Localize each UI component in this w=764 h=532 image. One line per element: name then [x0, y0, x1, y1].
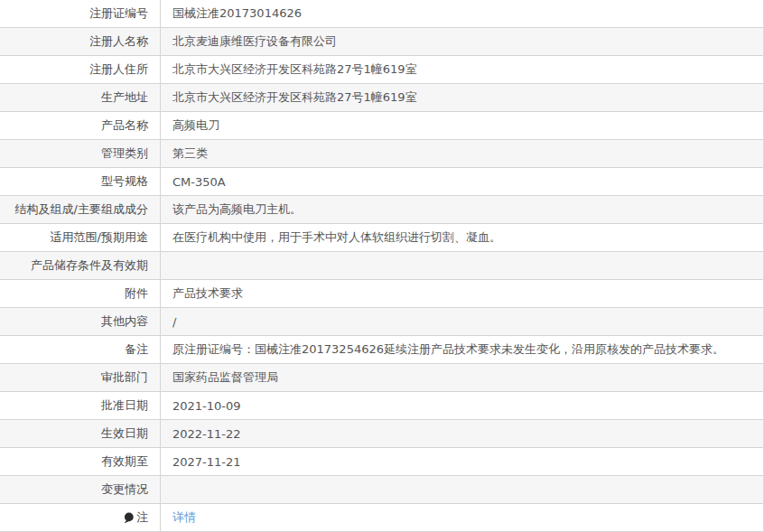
- row-label: 型号规格: [0, 168, 161, 195]
- row-label-text: 生效日期: [101, 425, 148, 442]
- row-label-text: 结构及组成/主要组成成分: [15, 201, 148, 218]
- table-row: 其他内容 /: [0, 308, 763, 336]
- row-value: [161, 476, 763, 503]
- table-row: 注册证编号 国械注准20173014626: [0, 0, 763, 28]
- row-label-text: 产品名称: [101, 117, 148, 134]
- row-label: 附件: [0, 280, 161, 307]
- row-label-text: 附件: [125, 285, 148, 302]
- row-label: 适用范围/预期用途: [0, 224, 161, 251]
- row-label: 生产地址: [0, 84, 161, 111]
- table-row: 型号规格 CM-350A: [0, 168, 763, 196]
- row-value: 国械注准20173014626: [161, 0, 763, 27]
- row-label-text: 变更情况: [101, 481, 148, 498]
- row-value: 产品技术要求: [161, 280, 763, 307]
- row-label-text: 注册证编号: [89, 5, 148, 22]
- row-value: 第三类: [161, 140, 763, 167]
- table-row: 备注 原注册证编号：国械注准20173254626延续注册产品技术要求未发生变化…: [0, 336, 763, 364]
- speech-bubble-icon: [123, 512, 135, 524]
- table-row: 审批部门 国家药品监督管理局: [0, 364, 763, 392]
- row-value: CM-350A: [161, 168, 763, 195]
- table-row: 注册人名称 北京麦迪康维医疗设备有限公司: [0, 28, 763, 56]
- row-value: 详情: [161, 504, 763, 531]
- row-label-text: 适用范围/预期用途: [51, 229, 148, 246]
- row-label: 注册人住所: [0, 56, 161, 83]
- table-row: 批准日期 2021-10-09: [0, 392, 763, 420]
- row-label-text: 审批部门: [101, 369, 148, 386]
- table-row: 注册人住所 北京市大兴区经济开发区科苑路27号1幢619室: [0, 56, 763, 84]
- table-row: 注 详情: [0, 504, 763, 532]
- table-row: 生效日期 2022-11-22: [0, 420, 763, 448]
- table-row: 结构及组成/主要组成成分 该产品为高频电刀主机。: [0, 196, 763, 224]
- table-row: 有效期至 2027-11-21: [0, 448, 763, 476]
- row-label-text: 注: [136, 509, 148, 526]
- row-label: 审批部门: [0, 364, 161, 391]
- row-label: 生效日期: [0, 420, 161, 447]
- row-value: 国家药品监督管理局: [161, 364, 763, 391]
- table-row: 产品储存条件及有效期: [0, 252, 763, 280]
- table-row: 生产地址 北京市大兴区经济开发区科苑路27号1幢619室: [0, 84, 763, 112]
- row-value: 该产品为高频电刀主机。: [161, 196, 763, 223]
- table-row: 变更情况: [0, 476, 763, 504]
- row-value: [161, 252, 763, 279]
- row-label: 产品储存条件及有效期: [0, 252, 161, 279]
- row-value: 北京市大兴区经济开发区科苑路27号1幢619室: [161, 56, 763, 83]
- row-value: /: [161, 308, 763, 335]
- row-label-text: 其他内容: [101, 313, 148, 330]
- table-row: 适用范围/预期用途 在医疗机构中使用，用于手术中对人体软组织进行切割、凝血。: [0, 224, 763, 252]
- row-label: 变更情况: [0, 476, 161, 503]
- row-label-text: 管理类别: [101, 145, 148, 162]
- row-label-text: 注册人住所: [89, 61, 148, 78]
- row-label: 批准日期: [0, 392, 161, 419]
- row-value: 原注册证编号：国械注准20173254626延续注册产品技术要求未发生变化，沿用…: [161, 336, 763, 363]
- row-value: 北京麦迪康维医疗设备有限公司: [161, 28, 763, 55]
- row-value: 在医疗机构中使用，用于手术中对人体软组织进行切割、凝血。: [161, 224, 763, 251]
- table-row: 产品名称 高频电刀: [0, 112, 763, 140]
- row-label: 注册人名称: [0, 28, 161, 55]
- row-label: 备注: [0, 336, 161, 363]
- row-value: 高频电刀: [161, 112, 763, 139]
- row-label-text: 注册人名称: [89, 33, 148, 50]
- row-value: 2027-11-21: [161, 448, 763, 475]
- row-label: 其他内容: [0, 308, 161, 335]
- row-label: 管理类别: [0, 140, 161, 167]
- row-label-text: 产品储存条件及有效期: [31, 257, 148, 274]
- table-row: 附件 产品技术要求: [0, 280, 763, 308]
- row-label: 注: [0, 504, 161, 531]
- row-label-text: 备注: [125, 341, 148, 358]
- details-link[interactable]: 详情: [172, 509, 196, 526]
- row-label-text: 有效期至: [101, 453, 148, 470]
- row-value: 2022-11-22: [161, 420, 763, 447]
- row-value: 北京市大兴区经济开发区科苑路27号1幢619室: [161, 84, 763, 111]
- row-label-text: 生产地址: [101, 89, 148, 106]
- row-label-text: 型号规格: [101, 173, 148, 190]
- row-label: 结构及组成/主要组成成分: [0, 196, 161, 223]
- row-value: 2021-10-09: [161, 392, 763, 419]
- registration-detail-table: 注册证编号 国械注准20173014626 注册人名称 北京麦迪康维医疗设备有限…: [0, 0, 764, 532]
- table-row: 管理类别 第三类: [0, 140, 763, 168]
- row-label: 有效期至: [0, 448, 161, 475]
- row-label: 产品名称: [0, 112, 161, 139]
- row-label-text: 批准日期: [101, 397, 148, 414]
- row-label: 注册证编号: [0, 0, 161, 27]
